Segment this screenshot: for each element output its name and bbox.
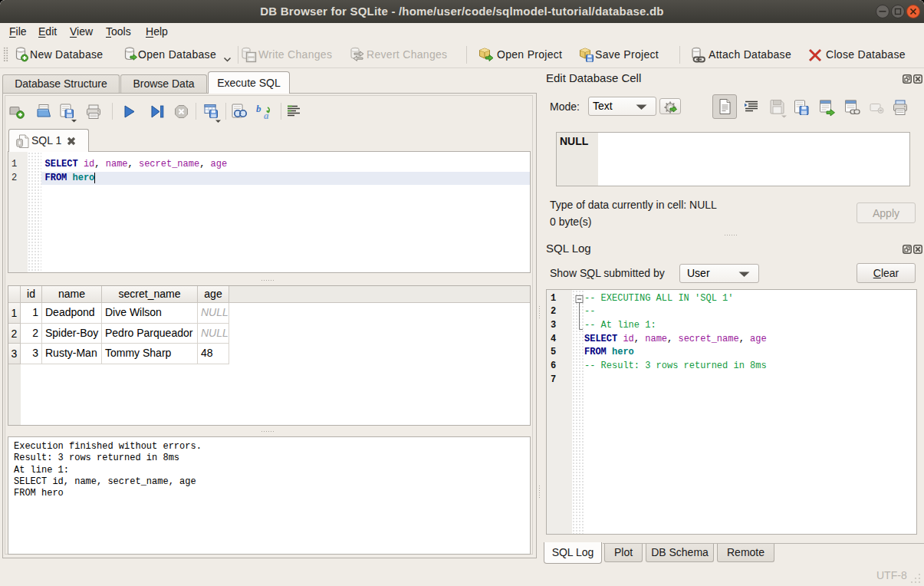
svg-text:b: b — [256, 103, 261, 114]
